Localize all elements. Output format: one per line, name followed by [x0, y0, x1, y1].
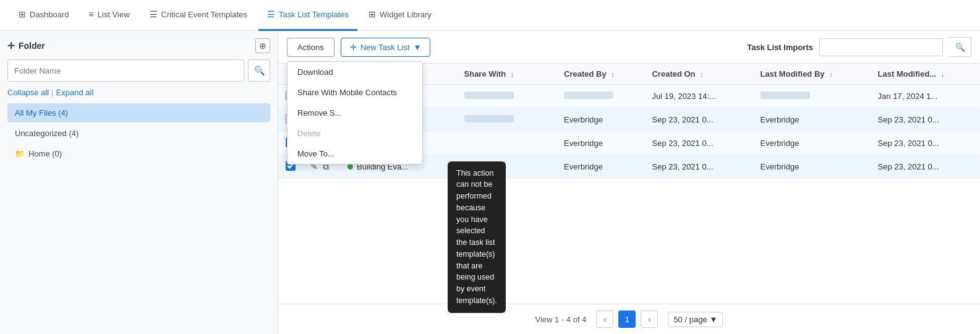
imports-search-button[interactable]: 🔍 [949, 37, 971, 57]
row-last-mod-by-cell: Everbridge [753, 108, 871, 132]
prev-page-button[interactable]: ‹ [596, 310, 613, 328]
row-last-mod-by-cell: Everbridge [753, 155, 871, 179]
row-created-by-cell: Everbridge [556, 108, 644, 132]
dashboard-icon: ⊞ [19, 9, 26, 19]
widget-library-icon: ⊞ [369, 9, 376, 19]
collapse-expand-row: Collapse all | Expand all [7, 88, 270, 97]
actions-button[interactable]: Actions [287, 38, 334, 57]
blurred-last-mod-by [761, 92, 810, 99]
add-folder-button[interactable]: ⊕ [255, 38, 270, 53]
sidebar: ✛ Folder ⊕ 🔍 Collapse all | Expand all A… [0, 31, 278, 334]
main-layout: ✛ Folder ⊕ 🔍 Collapse all | Expand all A… [0, 31, 980, 334]
row-created-on-cell: Sep 23, 2021 0... [644, 108, 752, 132]
dropdown-item-remove[interactable]: Remove S... [288, 103, 422, 123]
imports-search-input[interactable] [819, 38, 943, 56]
col-last-modified-by[interactable]: Last Modified By ↕ [753, 64, 871, 85]
row-share-cell [457, 108, 557, 132]
new-task-chevron-icon: ▼ [414, 43, 422, 52]
blurred-created-by [564, 92, 613, 99]
page-1-button[interactable]: 1 [618, 310, 636, 328]
folder-plus-icon: ✛ [7, 41, 15, 51]
tab-task-list[interactable]: ☰ Task List Templates [258, 0, 357, 31]
tab-dashboard[interactable]: ⊞ Dashboard [10, 0, 78, 31]
expand-all-link[interactable]: Expand all [56, 88, 94, 97]
actions-dropdown-menu: Download Share With Mobile Contacts Remo… [287, 61, 423, 165]
actions-dropdown-wrapper: Actions Download Share With Mobile Conta… [287, 38, 334, 57]
new-task-button[interactable]: ✛ New Task List ▼ [341, 38, 431, 57]
row-last-mod-by-cell: Everbridge [753, 132, 871, 155]
folder-search-input[interactable] [7, 59, 244, 82]
dropdown-item-download[interactable]: Download [288, 62, 422, 82]
row-share-cell [457, 85, 557, 108]
new-task-plus-icon: ✛ [350, 43, 357, 52]
row-created-by-cell [556, 85, 644, 108]
row-created-on-cell: Jul 19, 2023 14:... [644, 85, 752, 108]
col-last-modified[interactable]: Last Modified... ↓ [871, 64, 980, 85]
blurred-share [464, 92, 514, 99]
page-info: View 1 - 4 of 4 [535, 315, 587, 324]
row-last-mod-cell: Jan 17, 2024 1... [871, 85, 980, 108]
task-list-icon: ☰ [267, 9, 275, 19]
col-created-by[interactable]: Created By ↕ [556, 64, 644, 85]
col-created-on[interactable]: Created On ↕ [644, 64, 752, 85]
row-created-by-cell: Everbridge [556, 132, 644, 155]
row-last-mod-cell: Sep 23, 2021 0... [871, 132, 980, 155]
folder-search-button[interactable]: 🔍 [248, 59, 270, 82]
sidebar-item-uncategorized[interactable]: Uncategorized (4) [7, 124, 270, 143]
col-share-with[interactable]: Share With ↕ [457, 64, 557, 85]
list-view-icon: ≡ [89, 9, 94, 19]
delete-tooltip: This action can not be performed because… [448, 161, 506, 313]
sidebar-item-all-my-files[interactable]: All My Files (4) [7, 103, 270, 122]
row-share-cell [457, 132, 557, 155]
toolbar: Actions Download Share With Mobile Conta… [278, 31, 980, 64]
critical-event-icon: ☰ [150, 9, 158, 19]
sidebar-item-home[interactable]: 📁 Home (0) [7, 144, 270, 163]
next-page-button[interactable]: › [641, 310, 658, 328]
content-area: Actions Download Share With Mobile Conta… [278, 31, 980, 334]
folder-icon: 📁 [15, 149, 25, 158]
per-page-chevron-icon: ▼ [710, 315, 718, 324]
tab-widget-library[interactable]: ⊞ Widget Library [360, 0, 440, 31]
blurred-share [464, 115, 514, 122]
tab-critical-event[interactable]: ☰ Critical Event Templates [141, 0, 256, 31]
tab-list-view[interactable]: ≡ List View [80, 0, 138, 31]
task-imports-label: Task List Imports [747, 43, 813, 52]
sidebar-header: ✛ Folder ⊕ [7, 38, 270, 53]
row-last-mod-cell: Sep 23, 2021 0... [871, 155, 980, 179]
status-dot [347, 164, 353, 169]
dropdown-item-share-mobile[interactable]: Share With Mobile Contacts [288, 82, 422, 103]
dropdown-item-delete[interactable]: Delete [288, 123, 422, 143]
pagination: View 1 - 4 of 4 ‹ 1 › 50 / page ▼ [278, 304, 980, 334]
row-created-by-cell: Everbridge [556, 155, 644, 179]
row-last-mod-cell: Sep 23, 2021 0... [871, 108, 980, 132]
sidebar-title: ✛ Folder [7, 41, 45, 51]
per-page-select[interactable]: 50 / page ▼ [668, 312, 723, 327]
folder-search-row: 🔍 [7, 59, 270, 82]
top-nav: ⊞ Dashboard ≡ List View ☰ Critical Event… [0, 0, 980, 31]
row-created-on-cell: Sep 23, 2021 0... [644, 155, 752, 179]
row-last-mod-by-cell [753, 85, 871, 108]
row-created-on-cell: Sep 23, 2021 0... [644, 132, 752, 155]
collapse-all-link[interactable]: Collapse all [7, 88, 49, 97]
dropdown-item-move-to[interactable]: Move To... [288, 143, 422, 164]
